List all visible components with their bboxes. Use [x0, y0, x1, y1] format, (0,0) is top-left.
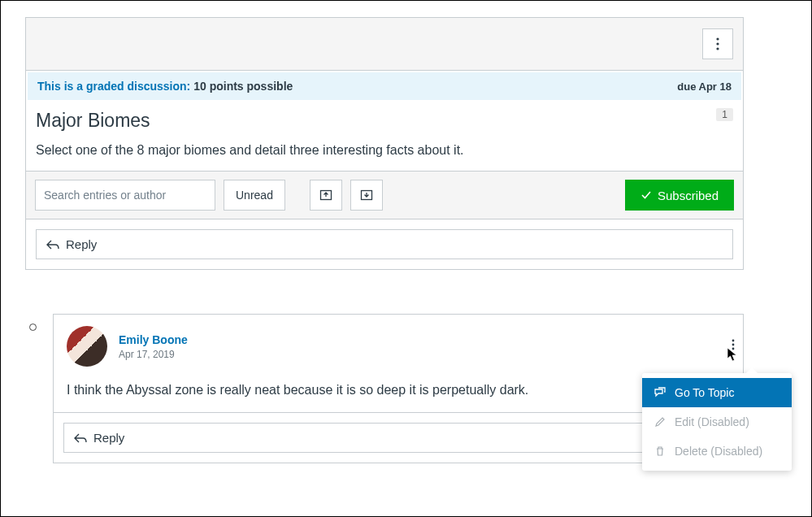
- svg-point-1: [716, 42, 719, 45]
- discussion-title: Major Biomes: [36, 110, 733, 132]
- menu-go-to-topic[interactable]: Go To Topic: [642, 378, 792, 407]
- entry-body: Emily Boone Apr 17, 2019 I think the Aby…: [54, 315, 743, 412]
- discussion-panel: This is a graded discussion: 10 points p…: [25, 17, 744, 270]
- entry-reply-bar: Reply: [54, 412, 743, 453]
- graded-label: This is a graded discussion:: [37, 80, 190, 93]
- discussion-options-button[interactable]: [702, 28, 733, 59]
- menu-go-to-topic-label: Go To Topic: [675, 386, 734, 399]
- reply-label: Reply: [66, 237, 97, 251]
- subscribed-label: Subscribed: [658, 189, 719, 202]
- menu-edit-disabled: Edit (Disabled): [642, 407, 792, 437]
- pencil-icon: [654, 415, 667, 428]
- entry-options-menu: Go To Topic Edit (Disabled) Delete (Disa…: [642, 373, 792, 471]
- discussion-description: Select one of the 8 major biomes and det…: [36, 143, 733, 158]
- menu-edit-label: Edit (Disabled): [675, 415, 749, 428]
- panel-header: [26, 18, 743, 71]
- entry-reply-label: Reply: [93, 431, 124, 445]
- discussion-entry: Emily Boone Apr 17, 2019 I think the Aby…: [53, 314, 744, 463]
- reply-arrow-icon: [74, 432, 87, 444]
- entry-timestamp: Apr 17, 2019: [119, 349, 188, 360]
- reply-arrow-icon: [46, 239, 59, 250]
- entry-text: I think the Abyssal zone is really neat …: [67, 383, 730, 398]
- unread-indicator[interactable]: [29, 324, 37, 331]
- avatar[interactable]: [67, 326, 107, 367]
- topic-reply-button[interactable]: Reply: [36, 229, 733, 259]
- svg-point-7: [732, 348, 735, 350]
- trash-icon: [654, 445, 667, 458]
- discussion-icon: [654, 386, 667, 399]
- topic-reply-bar: Reply: [26, 219, 743, 259]
- kebab-icon: [716, 37, 719, 50]
- discussion-body: 1 Major Biomes Select one of the 8 major…: [26, 100, 743, 171]
- kebab-icon: [732, 339, 735, 350]
- collapse-button[interactable]: [310, 180, 342, 211]
- svg-point-5: [732, 340, 735, 342]
- reply-count-badge: 1: [716, 108, 733, 121]
- entry-header: Emily Boone Apr 17, 2019: [67, 326, 730, 367]
- entry-reply-button[interactable]: Reply: [63, 423, 733, 453]
- graded-points: 10 points possible: [193, 80, 293, 93]
- entry-options-button[interactable]: [732, 339, 735, 353]
- menu-delete-disabled: Delete (Disabled): [642, 437, 792, 466]
- collapse-icon: [319, 189, 332, 201]
- svg-point-0: [716, 37, 719, 40]
- due-date: due Apr 18: [677, 80, 732, 93]
- svg-point-6: [732, 344, 735, 346]
- svg-point-2: [716, 47, 719, 50]
- menu-delete-label: Delete (Disabled): [675, 445, 762, 458]
- search-input[interactable]: [35, 180, 215, 211]
- checkmark-icon: [640, 189, 652, 201]
- unread-filter-button[interactable]: Unread: [224, 180, 285, 211]
- expand-icon: [360, 189, 373, 201]
- author-link[interactable]: Emily Boone: [119, 333, 188, 346]
- subscribed-button[interactable]: Subscribed: [625, 180, 734, 211]
- expand-button[interactable]: [350, 180, 383, 211]
- graded-banner: This is a graded discussion: 10 points p…: [28, 72, 741, 100]
- discussion-toolbar: Unread Subscribed: [26, 171, 743, 219]
